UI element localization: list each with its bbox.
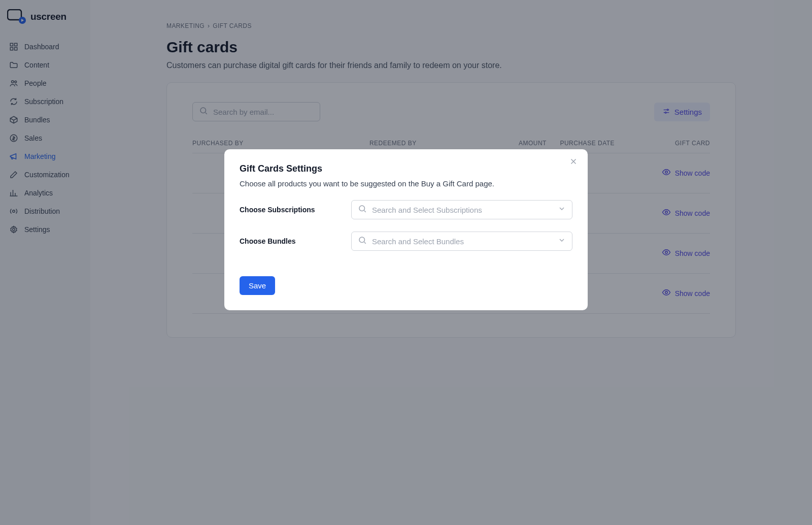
chevron-down-icon — [558, 205, 566, 215]
save-button[interactable]: Save — [240, 276, 275, 295]
subscriptions-placeholder: Search and Select Subscriptions — [372, 206, 553, 214]
modal-description: Choose all products you want to be sugge… — [240, 179, 572, 188]
close-button[interactable] — [567, 156, 580, 169]
bundles-placeholder: Search and Select Bundles — [372, 237, 553, 246]
gift-cards-settings-modal: Gift Cards Settings Choose all products … — [224, 149, 588, 310]
chevron-down-icon — [558, 236, 566, 246]
svg-point-18 — [359, 206, 365, 211]
modal-overlay[interactable]: Gift Cards Settings Choose all products … — [0, 0, 812, 525]
bundles-select[interactable]: Search and Select Bundles — [351, 232, 572, 251]
svg-point-19 — [359, 237, 365, 243]
choose-bundles-label: Choose Bundles — [240, 237, 351, 245]
close-icon — [569, 157, 578, 168]
search-icon — [358, 236, 367, 247]
subscriptions-select[interactable]: Search and Select Subscriptions — [351, 200, 572, 219]
search-icon — [358, 204, 367, 215]
modal-title: Gift Cards Settings — [240, 163, 572, 174]
choose-subscriptions-label: Choose Subscriptions — [240, 206, 351, 214]
